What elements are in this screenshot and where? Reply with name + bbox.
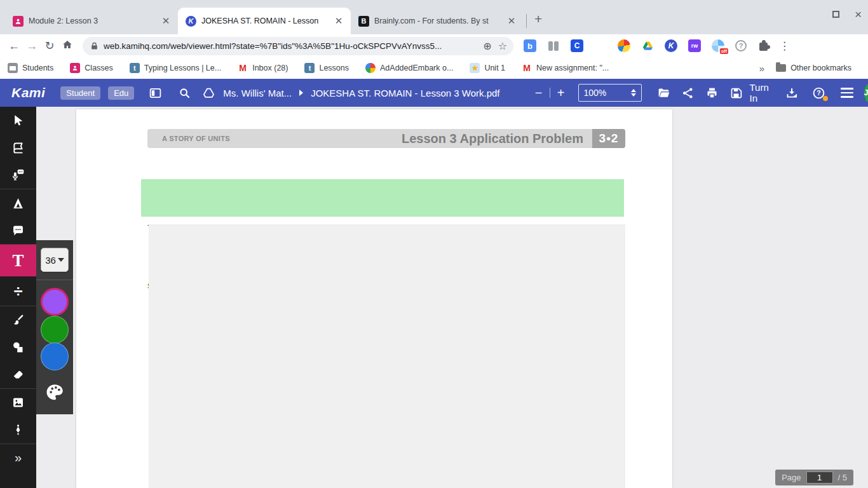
bookmark-inbox[interactable]: M Inbox (28)	[238, 63, 288, 73]
kami-extension-icon[interactable]: K	[665, 39, 677, 52]
bookmark-students[interactable]: Students	[8, 63, 53, 73]
kami-icon: K	[186, 16, 196, 27]
bookmark-embark[interactable]: AdAddedEmbark o...	[365, 63, 453, 73]
text-tool-options-panel: 36	[36, 240, 73, 414]
series-label: A STORY OF UNITS	[162, 135, 230, 142]
bing-extension-icon[interactable]: b	[524, 39, 536, 52]
tab-kami-document[interactable]: K JOKESHA ST. ROMAIN - Lesson ✕	[178, 8, 351, 34]
typing-icon: t	[304, 63, 315, 73]
share-icon[interactable]	[676, 83, 700, 103]
bookmark-unit-1[interactable]: ★ Unit 1	[470, 63, 505, 73]
color-palette-icon[interactable]	[44, 383, 65, 402]
page-label: Page	[782, 473, 801, 482]
browser-menu-icon[interactable]: ⋮	[779, 39, 790, 53]
avatar[interactable]: JS	[864, 84, 868, 102]
color-swatch-purple-selected[interactable]	[41, 288, 69, 316]
zoom-level-select[interactable]: 100%	[578, 84, 642, 102]
new-tab-button[interactable]: +	[534, 11, 542, 27]
student-work-area[interactable]	[149, 224, 625, 488]
drawing-tool[interactable]	[0, 306, 36, 334]
comment-tool[interactable]	[0, 217, 36, 244]
zoom-out-button[interactable]: −	[531, 86, 547, 100]
zoom-in-button[interactable]: +	[553, 86, 569, 100]
clever-extension-icon[interactable]: C	[571, 39, 583, 52]
google-drive-icon[interactable]	[196, 83, 220, 103]
search-icon[interactable]	[172, 83, 196, 103]
tab-module-2-lesson-3[interactable]: Module 2: Lesson 3 ✕	[5, 8, 178, 34]
read-write-extension-icon[interactable]: rw	[688, 39, 701, 52]
pdf-page[interactable]: A STORY OF UNITS Lesson 3 Application Pr…	[76, 109, 672, 488]
split-view-icon[interactable]	[143, 83, 167, 103]
tab-title: JOKESHA ST. ROMAIN - Lesson	[201, 17, 328, 25]
turn-in-button[interactable]: Turn In	[750, 82, 769, 104]
address-bar[interactable]: web.kamihq.com/web/viewer.html?state=%7B…	[83, 37, 513, 55]
extensions-puzzle-icon[interactable]	[757, 39, 770, 52]
print-icon[interactable]	[700, 83, 724, 103]
insert-image-tool[interactable]	[0, 389, 36, 416]
text-to-speech-tool[interactable]	[0, 161, 36, 189]
maximize-button[interactable]	[832, 11, 839, 18]
zoom-page-icon[interactable]: ⊕	[483, 40, 491, 52]
signature-tool[interactable]	[0, 416, 36, 444]
tab-strip: Module 2: Lesson 3 ✕ K JOKESHA ST. ROMAI…	[0, 0, 868, 34]
lesson-title: Lesson 3 Application Problem	[402, 132, 583, 146]
reload-icon[interactable]: ↻	[41, 39, 58, 53]
bookmark-classes[interactable]: Classes	[70, 63, 112, 73]
help-icon[interactable]: ?	[807, 83, 831, 103]
font-size-select[interactable]: 36	[41, 248, 69, 272]
expand-tools-button[interactable]: »	[0, 444, 36, 471]
tab-brainly[interactable]: B Brainly.com - For students. By st ✕	[351, 8, 524, 34]
save-icon[interactable]	[724, 83, 749, 103]
close-icon[interactable]: ✕	[333, 15, 344, 27]
document-title: JOKESHA ST. ROMAIN - Lesson 3 Work.pdf	[311, 88, 499, 98]
document-header-bar: A STORY OF UNITS Lesson 3 Application Pr…	[147, 129, 625, 148]
home-icon[interactable]	[58, 39, 76, 53]
students-bookmark-icon	[8, 63, 18, 73]
kami-logo[interactable]: Kami	[11, 85, 45, 100]
dictionary-tool[interactable]	[0, 134, 36, 161]
tab-title: Brainly.com - For students. By st	[374, 17, 501, 25]
off-badge: off	[720, 48, 728, 54]
back-icon[interactable]: ←	[5, 39, 23, 53]
tool-sidebar: T ÷	[0, 107, 36, 488]
breadcrumb-folder[interactable]: Ms. Willis' Mat...	[223, 88, 292, 98]
split-pages-extension-icon[interactable]	[547, 39, 560, 52]
bookmark-typing-lessons[interactable]: t Typing Lessons | Le...	[130, 63, 221, 73]
forward-icon[interactable]: →	[23, 39, 41, 53]
page-total: / 5	[838, 473, 847, 482]
menu-icon[interactable]	[835, 83, 859, 103]
globe-extension-icon[interactable]: off	[712, 39, 724, 52]
color-swatch-green[interactable]	[41, 316, 69, 344]
color-swatch-blue[interactable]	[41, 342, 69, 370]
highlight-tool[interactable]	[0, 189, 36, 217]
download-icon[interactable]	[780, 83, 804, 103]
google-drive-extension-icon[interactable]	[641, 39, 654, 52]
folder-icon	[776, 64, 786, 72]
classroom-person-icon	[13, 16, 24, 27]
window-close-button[interactable]: ×	[855, 10, 862, 18]
shapes-tool[interactable]	[0, 334, 36, 361]
svg-text:?: ?	[817, 89, 821, 97]
eraser-tool[interactable]	[0, 361, 36, 388]
select-tool[interactable]	[0, 107, 36, 134]
bookmarks-overflow-icon[interactable]: »	[759, 63, 764, 74]
equation-tool[interactable]: ÷	[0, 276, 36, 306]
close-icon[interactable]: ✕	[506, 15, 517, 27]
text-tool-active[interactable]: T	[0, 245, 36, 276]
kami-toolbar: Kami Student Edu Ms. Willis' Mat... JOKE…	[0, 79, 868, 107]
help-extension-icon[interactable]: ?	[735, 40, 747, 51]
open-file-icon[interactable]	[652, 83, 676, 103]
classroom-grid-extension-icon[interactable]	[594, 39, 607, 52]
colorful-circle-icon	[365, 63, 376, 73]
close-icon[interactable]: ✕	[160, 15, 172, 27]
bookmark-new-assignment[interactable]: M New assignment: "...	[522, 63, 609, 73]
bookmark-lessons[interactable]: t Lessons	[304, 63, 349, 73]
screen: Module 2: Lesson 3 ✕ K JOKESHA ST. ROMAI…	[0, 0, 868, 488]
person-icon	[70, 63, 80, 73]
tab-separator	[526, 14, 527, 28]
shield-extension-icon[interactable]	[618, 39, 630, 52]
highlighted-problem-text: There are 12 tables in the cafeteria. Fi…	[141, 179, 624, 217]
page-number-input[interactable]: 1	[806, 471, 833, 484]
bookmark-star-icon[interactable]: ☆	[498, 40, 507, 52]
other-bookmarks[interactable]: Other bookmarks	[776, 64, 851, 72]
